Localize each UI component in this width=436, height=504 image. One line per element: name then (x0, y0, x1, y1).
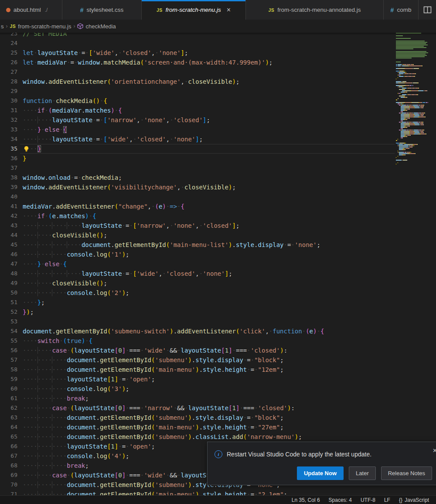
line-number: 56 (0, 346, 17, 355)
code-line-44: 44········closeVisible(); (0, 230, 395, 240)
tab-comb[interactable]: #comb (384, 0, 419, 20)
minimap[interactable] (395, 33, 436, 496)
line-number: 27 (0, 67, 17, 77)
status-javascript[interactable]: {}JavaScript (399, 497, 429, 503)
code-line-52: 52}); (0, 307, 395, 317)
line-number: 34 (0, 134, 17, 144)
code-line-58: 58············document.getElementById('m… (0, 365, 395, 374)
line-number: 54 (0, 326, 17, 336)
code-line-29: 29 (0, 86, 395, 96)
breadcrumb-item-checkMedia[interactable]: checkMedia (77, 23, 116, 30)
line-number: 68 (0, 461, 17, 470)
code-line-64: 64············document.getElementById('m… (0, 422, 395, 432)
status-lf[interactable]: LF (384, 497, 390, 503)
tab-stylesheet-css[interactable]: #stylesheet.css (62, 0, 142, 20)
code-line-31: 31····if·(mediaVar.matches)·{ (0, 106, 395, 115)
tab-bar: about.html./#stylesheet.cssJSfrom-scratc… (0, 0, 436, 20)
lightbulb-icon[interactable] (24, 146, 29, 152)
breadcrumb-label: s (1, 23, 4, 30)
code-line-60: 60············console.log('3'); (0, 384, 395, 394)
code-line-43: 43················layoutState·=·['narrow… (0, 221, 395, 230)
line-number: 57 (0, 355, 17, 365)
line-number: 25 (0, 48, 17, 58)
line-number: 55 (0, 336, 17, 346)
tab-from-scratch-menu-js[interactable]: JSfrom-scratch-menu.js× (142, 0, 246, 20)
later-button[interactable]: Later (349, 466, 376, 480)
code-line-32: 32········layoutState·=·['narrow',·'none… (0, 115, 395, 125)
line-number: 69 (0, 470, 17, 480)
code-line-65: 65············document.getElementById('s… (0, 432, 395, 442)
code-line-38: 38window.onload·=·checkMedia; (0, 173, 395, 182)
line-number: 50 (0, 288, 17, 298)
html-file-icon (6, 8, 10, 12)
tab-label: from-scratch-menu.js (166, 7, 221, 13)
code-line-26: 26let·mediaVar·=·window.matchMedia('scre… (0, 58, 395, 67)
breadcrumb-item-s[interactable]: s (1, 23, 4, 30)
line-number: 49 (0, 278, 17, 288)
line-number: 35 (0, 144, 17, 154)
line-number: 45 (0, 240, 17, 250)
code-line-47: 47····}·else·{ (0, 259, 395, 269)
chevron-right-icon: › (73, 23, 75, 29)
code-line-71: 71············document.getElementById('m… (0, 490, 395, 496)
js-file-icon: JS (10, 24, 16, 29)
code-line-51: 51····}; (0, 298, 395, 307)
tab-about-html[interactable]: about.html./ (0, 0, 62, 20)
line-number: 71 (0, 490, 17, 496)
code-line-56: 56········case·(layoutState[0]·===·'wide… (0, 346, 395, 355)
info-icon: i (215, 450, 222, 458)
line-number: 62 (0, 403, 17, 413)
line-number: 31 (0, 106, 17, 115)
line-number: 43 (0, 221, 17, 230)
close-tab-icon[interactable]: × (227, 7, 231, 14)
code-editor[interactable]: 23// SET MEDIA24 25let·layoutState·=·['w… (0, 33, 436, 496)
symbol-method-icon (77, 23, 83, 29)
line-number: 26 (0, 58, 17, 67)
status-label: LF (384, 497, 390, 503)
code-line-54: 54document.getElementById('submenu-switc… (0, 326, 395, 336)
release-notes-button[interactable]: Release Notes (381, 466, 432, 480)
line-number: 39 (0, 182, 17, 192)
code-line-35: 35····} (0, 144, 395, 154)
js-file-icon: JS (157, 7, 163, 13)
status-utf-8[interactable]: UTF-8 (361, 497, 375, 503)
line-number: 65 (0, 432, 17, 442)
css-file-icon: # (80, 7, 84, 14)
line-number: 53 (0, 317, 17, 326)
chevron-right-icon: › (6, 23, 8, 29)
tab-from-scratch-menu-annotated-js[interactable]: JSfrom-scratch-menu-annotated.js (246, 0, 384, 20)
tab-label: about.html (14, 7, 41, 13)
line-number: 58 (0, 365, 17, 374)
code-line-25: 25let·layoutState·=·['wide',·'closed',·'… (0, 48, 395, 58)
update-now-button[interactable]: Update Now (297, 466, 344, 480)
line-number: 44 (0, 230, 17, 240)
css-file-icon: # (391, 7, 394, 14)
code-line-48: 48················layoutState·=·['wide',… (0, 269, 395, 278)
line-number: 36 (0, 154, 17, 163)
status-ln-35-col-6[interactable]: Ln 35, Col 6 (292, 497, 320, 503)
code-line-23: 23// SET MEDIA (0, 33, 395, 38)
code-line-63: 63············document.getElementById('s… (0, 413, 395, 422)
code-line-37: 37 (0, 163, 395, 173)
split-editor-icon[interactable] (423, 6, 432, 14)
vscode-window: about.html./#stylesheet.cssJSfrom-scratc… (0, 0, 436, 504)
line-number: 52 (0, 307, 17, 317)
status-spaces-4[interactable]: Spaces: 4 (329, 497, 352, 503)
code-lines: 23// SET MEDIA24 25let·layoutState·=·['w… (0, 33, 395, 496)
line-number: 33 (0, 125, 17, 134)
line-number: 24 (0, 38, 17, 48)
code-line-57: 57············document.getElementById('s… (0, 355, 395, 365)
code-line-39: 39window.addEventListener('visibilitycha… (0, 182, 395, 192)
code-line-46: 46············console.log('1'); (0, 250, 395, 259)
tab-label: stylesheet.css (87, 7, 124, 13)
close-icon[interactable]: ✕ (433, 447, 436, 454)
code-line-61: 61············break; (0, 394, 395, 403)
line-number: 32 (0, 115, 17, 125)
code-line-49: 49········closeVisible(); (0, 278, 395, 288)
line-number: 61 (0, 394, 17, 403)
breadcrumb-item-from-scratch-menu-js[interactable]: JSfrom-scratch-menu.js (10, 23, 72, 30)
line-number: 42 (0, 211, 17, 221)
braces-icon: {} (399, 497, 402, 503)
line-number: 51 (0, 298, 17, 307)
code-line-59: 59············layoutState[1]·=·'open'; (0, 374, 395, 384)
